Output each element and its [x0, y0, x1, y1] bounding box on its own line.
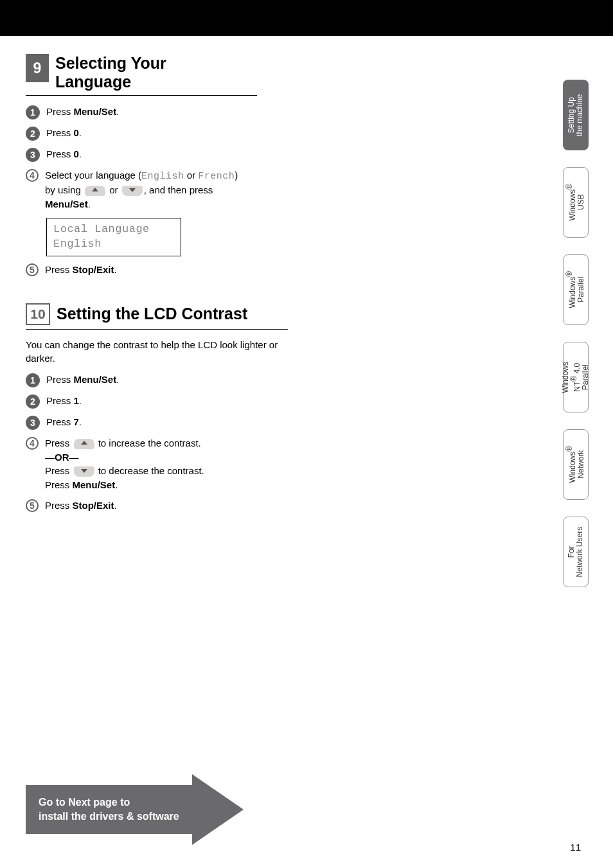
divider: [26, 95, 257, 96]
main-content: 9 Selecting Your Language 1 Press Menu/S…: [0, 36, 283, 513]
down-key-icon: [74, 466, 94, 477]
bullet-2: 2: [26, 394, 40, 409]
s9-step-4: 4 Select your language (English or Frenc…: [26, 168, 283, 211]
next-page-banner: Go to Next page toinstall the drivers & …: [26, 774, 244, 845]
side-tabs: Setting Upthe machine Windows®USB Window…: [563, 80, 589, 587]
s9-step-2-text: Press 0.: [46, 126, 82, 140]
s9-step-1: 1 Press Menu/Set.: [26, 105, 283, 120]
s10-step-2-text: Press 1.: [46, 394, 82, 408]
tab-network-users[interactable]: ForNetwork Users: [563, 517, 589, 587]
tab-windows-parallel[interactable]: Windows®Parallel: [563, 254, 589, 325]
bullet-1: 1: [26, 373, 40, 387]
s9-step-4-text: Select your language (English or French)…: [45, 168, 238, 211]
bullet-1: 1: [26, 105, 40, 120]
section-10-intro: You can change the contrast to help the …: [26, 339, 283, 365]
bullet-5: 5: [26, 499, 39, 512]
s10-step-1: 1 Press Menu/Set.: [26, 373, 283, 387]
s9-step-5: 5 Press Stop/Exit.: [26, 263, 283, 277]
tab-setting-up[interactable]: Setting Upthe machine: [563, 80, 589, 150]
s10-step-3-text: Press 7.: [46, 415, 82, 429]
lcd-display: Local Language English: [46, 218, 181, 256]
s10-step-5: 5 Press Stop/Exit.: [26, 499, 283, 513]
bullet-3: 3: [26, 148, 40, 162]
lcd-line-2: English: [53, 237, 174, 252]
s10-step-5-text: Press Stop/Exit.: [45, 499, 117, 513]
section-9-title: Selecting Your Language: [55, 54, 166, 91]
lcd-line-1: Local Language: [53, 222, 174, 237]
banner-text: Go to Next page toinstall the drivers & …: [26, 785, 193, 833]
section-number-10: 10: [26, 303, 50, 325]
up-key-icon: [74, 439, 94, 449]
s10-step-1-text: Press Menu/Set.: [46, 373, 119, 387]
down-key-icon: [122, 186, 143, 196]
s9-step-2: 2 Press 0.: [26, 126, 283, 141]
bullet-2: 2: [26, 127, 40, 141]
bullet-4: 4: [26, 169, 39, 182]
s10-step-4-text: Press to increase the contrast. —OR— Pre…: [45, 436, 204, 492]
s9-step-5-text: Press Stop/Exit.: [45, 263, 117, 277]
page-number: 11: [570, 842, 581, 853]
bullet-5: 5: [26, 263, 39, 276]
s9-step-1-text: Press Menu/Set.: [46, 105, 119, 119]
section-number-9: 9: [26, 54, 49, 82]
tab-windows-nt[interactable]: WindowsNT® 4.0Parallel: [563, 342, 589, 412]
up-key-icon: [85, 186, 105, 196]
arrow-right-icon: [192, 774, 244, 845]
bullet-4: 4: [26, 437, 39, 450]
s10-step-2: 2 Press 1.: [26, 394, 283, 409]
s10-step-3: 3 Press 7.: [26, 415, 283, 430]
section-9-title-line1: Selecting Your: [55, 54, 166, 72]
section-9-title-line2: Language: [55, 73, 131, 91]
bullet-3: 3: [26, 416, 40, 430]
top-black-bar: [0, 0, 613, 36]
s9-step-3-text: Press 0.: [46, 147, 82, 161]
tab-windows-usb[interactable]: Windows®USB: [563, 167, 589, 238]
divider: [26, 329, 288, 330]
s10-step-4: 4 Press to increase the contrast. —OR— P…: [26, 436, 283, 492]
s9-step-3: 3 Press 0.: [26, 147, 283, 162]
page-body: 9 Selecting Your Language 1 Press Menu/S…: [0, 36, 613, 868]
section-9-header: 9 Selecting Your Language: [26, 54, 283, 91]
tab-windows-network[interactable]: Windows®Network: [563, 429, 589, 500]
section-10-title: Setting the LCD Contrast: [57, 305, 247, 323]
section-10-header: 10 Setting the LCD Contrast: [26, 303, 283, 325]
